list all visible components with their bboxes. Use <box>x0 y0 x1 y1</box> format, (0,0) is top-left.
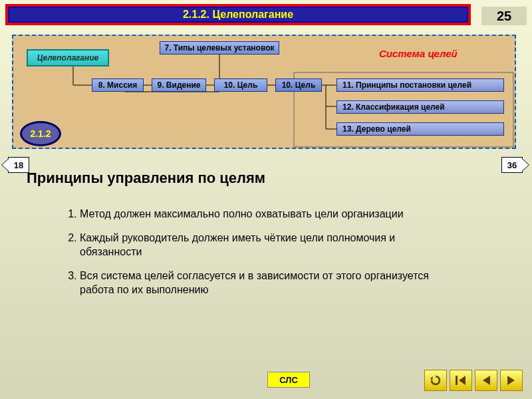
list-item: Каждый руководитель должен иметь чёткие … <box>80 231 452 259</box>
box-12[interactable]: 12. Классификация целей <box>336 100 504 114</box>
box-9[interactable]: 9. Видение <box>152 78 206 92</box>
next-icon[interactable] <box>500 370 523 391</box>
box-13[interactable]: 13. Дерево целей <box>336 122 504 136</box>
page-number: 25 <box>481 7 527 25</box>
content-heading: Принципы управления по целям <box>27 170 265 187</box>
first-icon[interactable] <box>450 370 472 391</box>
principles-list: Метод должен максимально полно охватыват… <box>53 207 452 307</box>
box-main[interactable]: Целеполагание <box>27 49 109 66</box>
list-item: Метод должен максимально полно охватыват… <box>80 207 452 221</box>
box-11[interactable]: 11. Принципы постановки целей <box>336 78 504 92</box>
list-item: Вся система целей согласуется и в зависи… <box>80 269 452 297</box>
section-badge[interactable]: 2.1.2 <box>20 121 61 146</box>
svg-rect-1 <box>456 376 458 385</box>
box-8[interactable]: 8. Миссия <box>92 78 144 92</box>
diagram-panel: Целеполагание 7. Типы целевых установок … <box>12 35 516 149</box>
box-10b[interactable]: 10. Цель <box>275 78 322 92</box>
title-bar: 2.1.2. Целеполагание <box>5 4 471 25</box>
sls-button[interactable]: СЛС <box>267 372 310 388</box>
system-label: Система целей <box>379 48 458 59</box>
undo-icon[interactable] <box>424 370 447 391</box>
box-7[interactable]: 7. Типы целевых установок <box>160 41 279 55</box>
prev-icon[interactable] <box>475 370 497 391</box>
nav-next-button[interactable]: 36 <box>501 157 523 173</box>
title-text: 2.1.2. Целеполагание <box>8 7 468 23</box>
box-10[interactable]: 10. Цель <box>214 78 267 92</box>
